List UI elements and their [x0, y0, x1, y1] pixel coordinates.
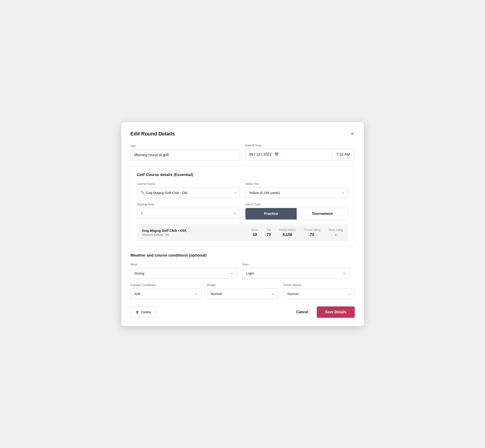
- date-field[interactable]: 05 / 12 / 2021 📅: [245, 149, 332, 160]
- stat-holes: Holes 18: [251, 228, 259, 237]
- title-group: Title: [130, 144, 240, 160]
- stat-slope-rating: Slope rating -: [328, 228, 343, 237]
- trash-icon: 🗑: [136, 310, 139, 314]
- course-info-name: Gog Magog Golf Club - Old, Shelford Bott…: [142, 229, 252, 237]
- time-value: 7:31 AM: [337, 152, 350, 157]
- par-value: 70: [267, 232, 271, 237]
- slope-rating-value: -: [335, 232, 337, 237]
- delete-button[interactable]: 🗑 Delete: [130, 307, 156, 317]
- fairway-rough-green-row: Fairway Conditions Soft Normal Hard Roug…: [130, 283, 355, 299]
- modal-title: Edit Round Details: [130, 131, 175, 137]
- starting-hole-dropdown[interactable]: 1: [137, 208, 240, 218]
- course-rating-label: Course rating: [304, 228, 320, 232]
- wind-label: Wind: [130, 263, 237, 266]
- course-rating-value: 70: [310, 232, 314, 237]
- stat-yards: Yards(Yellow) 6,156: [279, 228, 296, 237]
- title-label: Title: [130, 144, 240, 148]
- rain-wrapper: Light None Heavy: [242, 268, 349, 279]
- rain-dropdown[interactable]: Light None Heavy: [242, 268, 349, 279]
- delete-label: Delete: [141, 310, 151, 314]
- footer-row: 🗑 Delete Cancel Save Details: [130, 306, 355, 318]
- title-datetime-row: Title Date & Time 05 / 12 / 2021 📅 7:31 …: [130, 144, 355, 160]
- starting-hole-wrapper: 1: [137, 208, 240, 218]
- course-section-title: Golf Course details (Essential): [137, 173, 348, 177]
- select-tee-dropdown[interactable]: Yellow (6,156 yards): [245, 187, 348, 198]
- green-speed-dropdown[interactable]: Normal Fast Slow: [283, 288, 355, 299]
- title-input[interactable]: [130, 150, 240, 160]
- golf-course-section: Golf Course details (Essential) Course N…: [130, 166, 355, 247]
- weather-title: Weather and course conditions (optional): [130, 253, 355, 258]
- rough-label: Rough: [207, 283, 278, 287]
- fairway-label: Fairway Conditions: [130, 283, 202, 287]
- par-label: Par: [267, 228, 271, 232]
- weather-section: Weather and course conditions (optional)…: [130, 253, 355, 299]
- course-stats: Holes 18 Par 70 Yards(Yellow) 6,156 Cour…: [251, 228, 343, 237]
- course-bottom-row: Starting Hole 1 Game Type Practice Tourn…: [137, 203, 348, 220]
- clear-icon[interactable]: ×: [234, 191, 236, 195]
- edit-round-modal: Edit Round Details × Title Date & Time 0…: [121, 122, 364, 326]
- practice-button[interactable]: Practice: [245, 208, 297, 219]
- game-type-group: Game Type Practice Tournament: [245, 203, 348, 220]
- starting-hole-label: Starting Hole: [137, 203, 240, 206]
- search-icon: 🔍: [140, 191, 145, 195]
- date-value: 05 / 12 / 2021: [249, 152, 271, 157]
- stat-course-rating: Course rating 70: [304, 228, 320, 237]
- select-tee-group: Select Tee Yellow (6,156 yards): [245, 182, 348, 198]
- close-button[interactable]: ×: [350, 130, 355, 137]
- slope-rating-label: Slope rating: [328, 228, 343, 232]
- yards-value: 6,156: [283, 232, 292, 237]
- wind-dropdown[interactable]: Strong Light None: [130, 268, 237, 279]
- fairway-group: Fairway Conditions Soft Normal Hard: [130, 283, 202, 299]
- fairway-dropdown[interactable]: Soft Normal Hard: [130, 288, 202, 299]
- starting-hole-group: Starting Hole 1: [137, 203, 240, 220]
- course-name-input[interactable]: [137, 188, 240, 198]
- rain-group: Rain Light None Heavy: [242, 263, 349, 279]
- game-type-label: Game Type: [245, 203, 348, 206]
- select-tee-wrapper: Yellow (6,156 yards): [245, 187, 348, 198]
- course-info-bar: Gog Magog Golf Club - Old, Shelford Bott…: [137, 224, 348, 241]
- course-name-group: Course Name 🔍 ×: [137, 182, 240, 198]
- green-speed-label: Green Speed: [283, 283, 355, 287]
- course-top-row: Course Name 🔍 × Select Tee Yellow (6,156…: [137, 182, 348, 198]
- course-name-label: Course Name: [137, 182, 240, 185]
- course-info-location: Shelford Bottom, UK: [142, 233, 252, 237]
- wind-wrapper: Strong Light None: [130, 268, 237, 279]
- fairway-wrapper: Soft Normal Hard: [130, 288, 202, 299]
- course-info-name-text: Gog Magog Golf Club - Old,: [142, 229, 252, 232]
- holes-value: 18: [253, 232, 257, 237]
- modal-header: Edit Round Details ×: [130, 130, 355, 137]
- rough-wrapper: Normal Soft Hard: [207, 288, 278, 299]
- rough-group: Rough Normal Soft Hard: [207, 283, 278, 299]
- tournament-button[interactable]: Tournament: [297, 208, 348, 219]
- datetime-label: Date & Time: [245, 144, 355, 147]
- wind-rain-row: Wind Strong Light None Rain Light None H…: [130, 263, 355, 279]
- course-search-wrap: 🔍 ×: [137, 187, 240, 198]
- datetime-group: Date & Time 05 / 12 / 2021 📅 7:31 AM: [245, 144, 355, 160]
- calendar-icon: 📅: [274, 152, 279, 157]
- cancel-button[interactable]: Cancel: [291, 307, 313, 317]
- time-field[interactable]: 7:31 AM: [332, 149, 355, 160]
- stat-par: Par 70: [267, 228, 271, 237]
- green-speed-wrapper: Normal Fast Slow: [283, 288, 355, 299]
- rough-dropdown[interactable]: Normal Soft Hard: [207, 288, 278, 299]
- game-type-toggle: Practice Tournament: [245, 208, 348, 220]
- select-tee-label: Select Tee: [245, 182, 348, 185]
- yards-label: Yards(Yellow): [279, 228, 296, 232]
- rain-label: Rain: [242, 263, 349, 266]
- wind-group: Wind Strong Light None: [130, 263, 237, 279]
- datetime-row: 05 / 12 / 2021 📅 7:31 AM: [245, 149, 355, 160]
- holes-label: Holes: [251, 228, 259, 232]
- save-button[interactable]: Save Details: [317, 306, 355, 318]
- green-speed-group: Green Speed Normal Fast Slow: [283, 283, 355, 299]
